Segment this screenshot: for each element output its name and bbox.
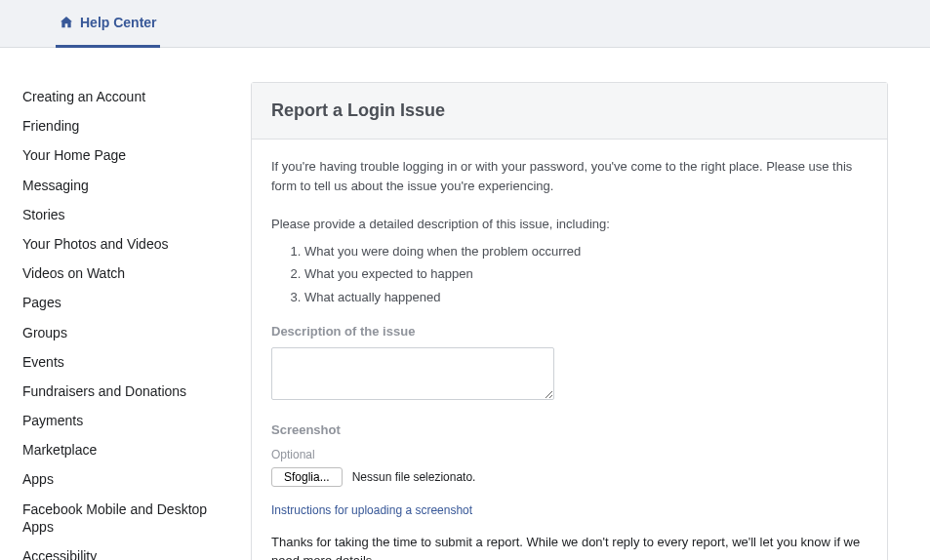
report-card: Report a Login Issue If you're having tr… bbox=[251, 82, 888, 560]
card-body: If you're having trouble logging in or w… bbox=[252, 140, 887, 560]
sidebar-item-friending[interactable]: Friending bbox=[22, 111, 241, 140]
description-textarea[interactable] bbox=[271, 347, 554, 400]
description-label: Description of the issue bbox=[271, 322, 868, 341]
thanks-text: Thanks for taking the time to submit a r… bbox=[271, 533, 868, 561]
optional-label: Optional bbox=[271, 446, 868, 463]
sidebar-item-creating-an-account[interactable]: Creating an Account bbox=[22, 82, 241, 111]
content-area: Creating an Account Friending Your Home … bbox=[0, 48, 930, 560]
tab-help-center[interactable]: Help Center bbox=[56, 0, 160, 48]
sidebar-item-facebook-mobile-and-desktop-apps[interactable]: Facebook Mobile and Desktop Apps bbox=[22, 495, 241, 541]
sidebar-item-groups[interactable]: Groups bbox=[22, 318, 241, 347]
sidebar-item-apps[interactable]: Apps bbox=[22, 464, 241, 494]
sidebar-item-marketplace[interactable]: Marketplace bbox=[22, 435, 241, 464]
upload-instructions-link[interactable]: Instructions for uploading a screenshot bbox=[271, 501, 472, 519]
card-header: Report a Login Issue bbox=[252, 83, 887, 140]
sidebar-item-stories[interactable]: Stories bbox=[22, 200, 241, 229]
sidebar-item-videos-on-watch[interactable]: Videos on Watch bbox=[22, 259, 241, 288]
home-icon bbox=[59, 15, 74, 30]
step-3: What actually happened bbox=[304, 286, 868, 309]
browse-button[interactable]: Sfoglia... bbox=[271, 467, 343, 487]
sidebar-item-your-photos-and-videos[interactable]: Your Photos and Videos bbox=[22, 229, 241, 259]
sidebar-item-accessibility[interactable]: Accessibility bbox=[22, 541, 241, 560]
step-1: What you were doing when the problem occ… bbox=[304, 240, 868, 263]
sidebar-item-your-home-page[interactable]: Your Home Page bbox=[22, 140, 241, 170]
sidebar-item-payments[interactable]: Payments bbox=[22, 406, 241, 435]
prompt-text: Please provide a detailed description of… bbox=[271, 215, 868, 234]
file-status: Nessun file selezionato. bbox=[352, 468, 476, 486]
tab-label: Help Center bbox=[80, 15, 157, 30]
card-title: Report a Login Issue bbox=[271, 100, 868, 121]
file-row: Sfoglia... Nessun file selezionato. bbox=[271, 467, 868, 487]
main: Report a Login Issue If you're having tr… bbox=[251, 82, 930, 560]
screenshot-label: Screenshot bbox=[271, 420, 868, 440]
sidebar-item-pages[interactable]: Pages bbox=[22, 288, 241, 317]
sidebar-item-fundraisers-and-donations[interactable]: Fundraisers and Donations bbox=[22, 377, 241, 406]
sidebar-item-events[interactable]: Events bbox=[22, 347, 241, 377]
steps-list: What you were doing when the problem occ… bbox=[304, 240, 868, 309]
sidebar: Creating an Account Friending Your Home … bbox=[0, 82, 251, 560]
intro-text: If you're having trouble logging in or w… bbox=[271, 157, 868, 195]
sidebar-item-messaging[interactable]: Messaging bbox=[22, 171, 241, 200]
topbar: Help Center bbox=[0, 0, 930, 48]
step-2: What you expected to happen bbox=[304, 262, 868, 286]
